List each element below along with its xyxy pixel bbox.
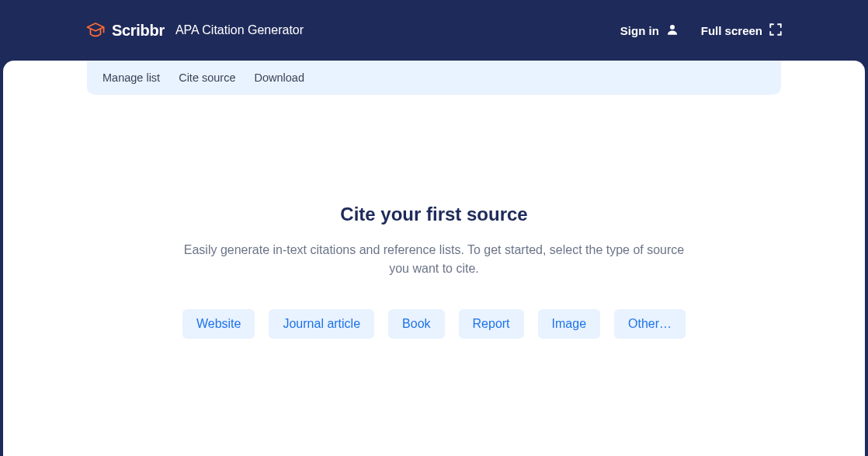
- source-report-button[interactable]: Report: [459, 309, 524, 339]
- main-area: Cite your first source Easily generate i…: [3, 95, 865, 339]
- page-heading: Cite your first source: [3, 204, 865, 225]
- scribbr-logo-icon: [85, 20, 106, 40]
- tab-manage-list[interactable]: Manage list: [102, 71, 160, 84]
- user-icon: [665, 23, 679, 39]
- fullscreen-icon: [769, 23, 783, 39]
- svg-point-0: [670, 25, 675, 30]
- tab-download[interactable]: Download: [255, 71, 305, 84]
- tabs-bar: Manage list Cite source Download: [87, 61, 781, 95]
- source-website-button[interactable]: Website: [182, 309, 255, 339]
- sign-in-label: Sign in: [620, 24, 659, 37]
- header-left: Scribbr APA Citation Generator: [85, 20, 304, 40]
- source-journal-article-button[interactable]: Journal article: [269, 309, 374, 339]
- source-other-button[interactable]: Other…: [614, 309, 686, 339]
- content-panel: Manage list Cite source Download Cite yo…: [3, 61, 865, 456]
- tab-cite-source[interactable]: Cite source: [179, 71, 235, 84]
- logo[interactable]: Scribbr: [85, 20, 165, 40]
- fullscreen-label: Full screen: [701, 24, 762, 37]
- source-image-button[interactable]: Image: [538, 309, 600, 339]
- app-title: APA Citation Generator: [175, 23, 304, 37]
- page-description: Easily generate in-text citations and re…: [178, 241, 690, 278]
- header: Scribbr APA Citation Generator Sign in F…: [0, 0, 868, 61]
- header-right: Sign in Full screen: [620, 23, 783, 39]
- sign-in-button[interactable]: Sign in: [620, 23, 679, 39]
- fullscreen-button[interactable]: Full screen: [701, 23, 783, 39]
- source-book-button[interactable]: Book: [388, 309, 444, 339]
- source-type-buttons: Website Journal article Book Report Imag…: [3, 309, 865, 339]
- logo-text: Scribbr: [112, 22, 165, 40]
